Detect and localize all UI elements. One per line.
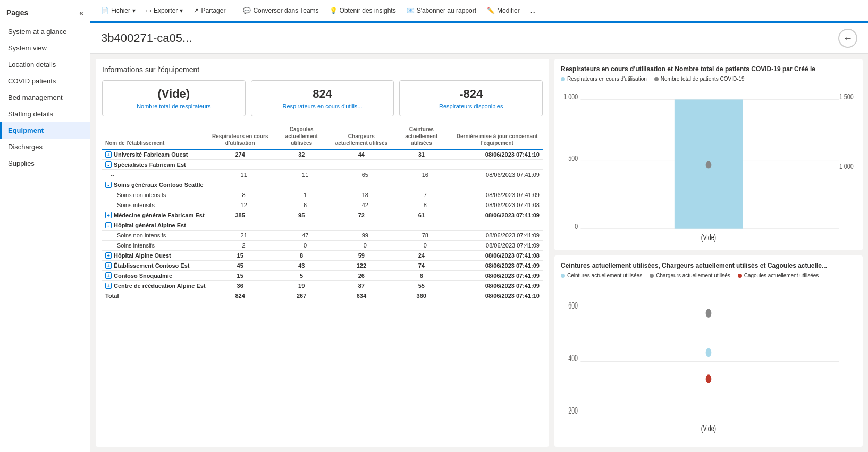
chart2-legend: Ceintures actuellement utiliséesChargeur… (561, 272, 856, 278)
row-1-col-4 (451, 160, 543, 170)
expand-icon-7[interactable]: - (105, 222, 112, 228)
sabonner-label: S'abonner au rapport (417, 7, 476, 14)
sidebar-collapse-button[interactable]: « (79, 8, 83, 17)
sidebar-item-system-view[interactable]: System view (0, 40, 90, 56)
row-7-col-2 (332, 220, 392, 231)
svg-text:600: 600 (568, 301, 578, 311)
row-name-10: +Hôpital Alpine Ouest (102, 251, 209, 261)
kpi-value-1: 824 (257, 87, 389, 101)
row-name-5: Soins intensifs (102, 200, 209, 210)
expand-icon-10[interactable]: + (105, 252, 112, 259)
back-icon: ← (843, 33, 853, 44)
sidebar-item-staffing-details[interactable]: Staffing details (0, 106, 90, 122)
row-3-col-4 (451, 180, 543, 190)
row-14-col-3: 360 (391, 291, 451, 301)
expand-icon-13[interactable]: + (105, 283, 112, 289)
row-6-col-0: 385 (209, 210, 272, 220)
row-9-col-4: 08/06/2023 07:41:09 (451, 241, 543, 251)
sidebar-item-equipment[interactable]: Equipment (0, 122, 90, 139)
expand-icon-1[interactable]: - (105, 161, 112, 168)
sidebar-item-supplies[interactable]: Supplies (0, 155, 90, 172)
partager-button[interactable]: ↗ Partager (189, 5, 230, 16)
row-6-col-1: 95 (272, 210, 332, 220)
expand-icon-11[interactable]: + (105, 262, 112, 269)
row-12-col-3: 6 (391, 271, 451, 281)
table-row: Soins intensifs12642808/06/2023 07:41:08 (102, 200, 543, 210)
sidebar-item-location-details[interactable]: Location details (0, 56, 90, 73)
table-row: +Université Fabricam Ouest27432443108/06… (102, 149, 543, 160)
row-11-col-0: 45 (209, 261, 272, 271)
table-row: --1111651608/06/2023 07:41:09 (102, 170, 543, 180)
converser-label: Converser dans Teams (253, 7, 318, 14)
svg-text:1 500: 1 500 (839, 93, 854, 101)
chart1-area: 1 000 500 0 1 500 1 000 (561, 86, 856, 244)
row-13-col-2: 87 (332, 281, 392, 291)
chart1-title: Respirateurs en cours d'utilisation et N… (561, 65, 856, 73)
expand-icon-12[interactable]: + (105, 272, 112, 279)
row-0-col-1: 32 (272, 149, 332, 160)
sabonner-button[interactable]: 📧 S'abonner au rapport (402, 5, 481, 16)
chevron-down-icon: ▾ (132, 7, 136, 14)
row-12-col-4: 08/06/2023 07:41:09 (451, 271, 543, 281)
row-10-col-4: 08/06/2023 07:41:08 (451, 251, 543, 261)
right-panel: Respirateurs en cours d'utilisation et N… (554, 59, 863, 447)
exporter-button[interactable]: ↦ Exporter ▾ (142, 5, 187, 16)
sidebar-item-bed-management[interactable]: Bed management (0, 89, 90, 106)
row-9-col-0: 2 (209, 241, 272, 251)
modifier-button[interactable]: ✏️ Modifier (483, 5, 524, 16)
chart1-legend: Respirateurs en cours d'utilisationNombr… (561, 76, 856, 82)
expand-icon-0[interactable]: + (105, 151, 112, 158)
legend-item: Nombre total de patients COVID-19 (654, 76, 745, 82)
more-button[interactable]: ... (526, 5, 540, 16)
table-row: +Médecine générale Fabricam Est385957261… (102, 210, 543, 220)
table-row: Soins non intensifs8118708/06/2023 07:41… (102, 190, 543, 200)
row-7-col-0 (209, 220, 272, 231)
row-8-col-3: 78 (391, 231, 451, 241)
row-1-col-3 (391, 160, 451, 170)
expand-icon-3[interactable]: - (105, 182, 112, 188)
row-2-col-4: 08/06/2023 07:41:09 (451, 170, 543, 180)
svg-text:1 000: 1 000 (563, 93, 578, 101)
legend-dot (654, 77, 659, 81)
row-name-3: -Soins généraux Contoso Seattle (102, 180, 209, 190)
sidebar-item-discharges[interactable]: Discharges (0, 139, 90, 155)
fichier-label: Fichier (111, 7, 130, 14)
chart1-svg: 1 000 500 0 1 500 1 000 (561, 86, 856, 244)
row-9-col-3: 0 (391, 241, 451, 251)
row-9-col-1: 0 (272, 241, 332, 251)
row-6-col-4: 08/06/2023 07:41:09 (451, 210, 543, 220)
row-13-col-0: 36 (209, 281, 272, 291)
converser-button[interactable]: 💬 Converser dans Teams (239, 5, 323, 16)
fichier-button[interactable]: 📄 Fichier ▾ (97, 5, 140, 16)
kpi-card-1: 824Respirateurs en cours d'utilis... (251, 80, 394, 116)
row-11-col-3: 74 (391, 261, 451, 271)
insights-button[interactable]: 💡 Obtenir des insights (325, 5, 400, 16)
legend-dot (561, 274, 565, 278)
svg-text:500: 500 (568, 155, 578, 163)
row-name-4: Soins non intensifs (102, 190, 209, 200)
chart1-panel: Respirateurs en cours d'utilisation et N… (554, 59, 863, 250)
sidebar-item-system-at-a-glance[interactable]: System at a glance (0, 23, 90, 40)
row-0-col-2: 44 (332, 149, 392, 160)
exporter-label: Exporter (154, 7, 178, 14)
dot-chargeurs (706, 309, 712, 318)
row-13-col-4: 08/06/2023 07:41:09 (451, 281, 543, 291)
row-2-col-2: 65 (332, 170, 392, 180)
row-name-6: +Médecine générale Fabricam Est (102, 210, 209, 220)
expand-icon-6[interactable]: + (105, 212, 112, 218)
row-8-col-4: 08/06/2023 07:41:09 (451, 231, 543, 241)
svg-text:1 000: 1 000 (839, 162, 854, 170)
row-1-col-1 (272, 160, 332, 170)
report-title: 3b400271-ca05... (101, 31, 192, 45)
sidebar-item-covid-patients[interactable]: COVID patients (0, 73, 90, 89)
row-10-col-2: 59 (332, 251, 392, 261)
row-8-col-0: 21 (209, 231, 272, 241)
row-name-0: +Université Fabricam Ouest (102, 149, 209, 160)
content-area: Informations sur l'équipement (Vide)Nomb… (90, 54, 868, 452)
back-button[interactable]: ← (838, 29, 857, 48)
col-header-1: Respirateurs en cours d'utilisation (209, 124, 272, 149)
col-header-5: Dernière mise à jour concernant l'équipe… (451, 124, 543, 149)
toolbar: 📄 Fichier ▾ ↦ Exporter ▾ ↗ Partager 💬 Co… (90, 0, 868, 21)
row-4-col-4: 08/06/2023 07:41:09 (451, 190, 543, 200)
edit-icon: ✏️ (487, 7, 495, 14)
